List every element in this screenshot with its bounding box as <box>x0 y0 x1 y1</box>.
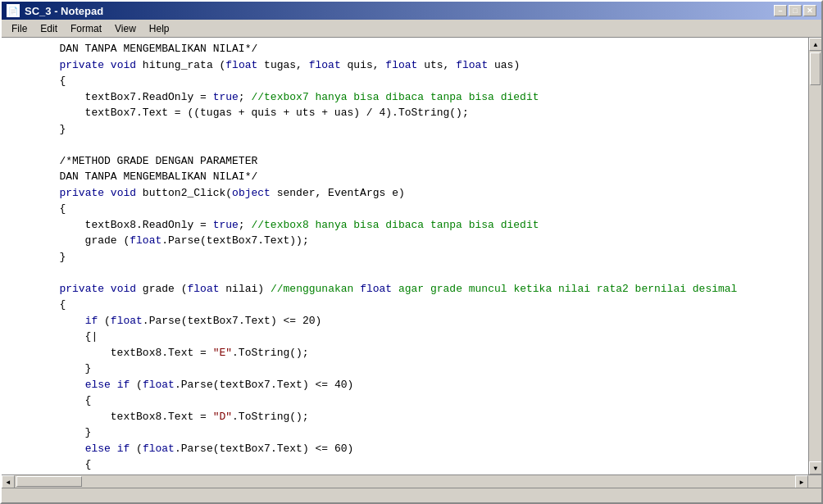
scroll-track-v[interactable] <box>809 51 821 461</box>
editor-container: DAN TANPA MENGEMBALIKAN NILAI*/ private … <box>2 38 821 474</box>
close-button[interactable]: ✕ <box>803 5 816 16</box>
window-title: SC_3 - Notepad <box>25 5 103 17</box>
maximize-button[interactable]: □ <box>789 5 802 16</box>
scroll-thumb-v[interactable] <box>810 52 821 85</box>
main-window: 📄 SC_3 - Notepad – □ ✕ File Edit Format … <box>0 0 823 504</box>
title-controls: – □ ✕ <box>774 5 816 16</box>
menu-view[interactable]: View <box>108 21 143 36</box>
status-bar <box>2 488 821 502</box>
title-bar-left: 📄 SC_3 - Notepad <box>7 4 103 17</box>
scrollbar-corner <box>808 475 821 488</box>
scroll-down-button[interactable]: ▼ <box>809 461 821 474</box>
editor-main[interactable]: DAN TANPA MENGEMBALIKAN NILAI*/ private … <box>2 38 808 474</box>
menu-format[interactable]: Format <box>64 21 108 36</box>
menu-help[interactable]: Help <box>143 21 176 36</box>
app-icon: 📄 <box>7 4 20 17</box>
menu-file[interactable]: File <box>5 21 34 36</box>
scroll-thumb-h[interactable] <box>16 476 82 487</box>
scroll-left-button[interactable]: ◄ <box>2 475 15 488</box>
scroll-track-h[interactable] <box>15 475 795 488</box>
scroll-up-button[interactable]: ▲ <box>809 38 821 51</box>
minimize-button[interactable]: – <box>774 5 787 16</box>
vertical-scrollbar: ▲ ▼ <box>808 38 821 474</box>
horizontal-scrollbar: ◄ ► <box>2 475 808 488</box>
menu-edit[interactable]: Edit <box>34 21 64 36</box>
menu-bar: File Edit Format View Help <box>2 20 821 38</box>
horizontal-scrollbar-container: ◄ ► <box>2 474 821 488</box>
scroll-right-button[interactable]: ► <box>795 475 808 488</box>
code-area[interactable]: DAN TANPA MENGEMBALIKAN NILAI*/ private … <box>2 38 808 474</box>
title-bar: 📄 SC_3 - Notepad – □ ✕ <box>2 2 821 20</box>
